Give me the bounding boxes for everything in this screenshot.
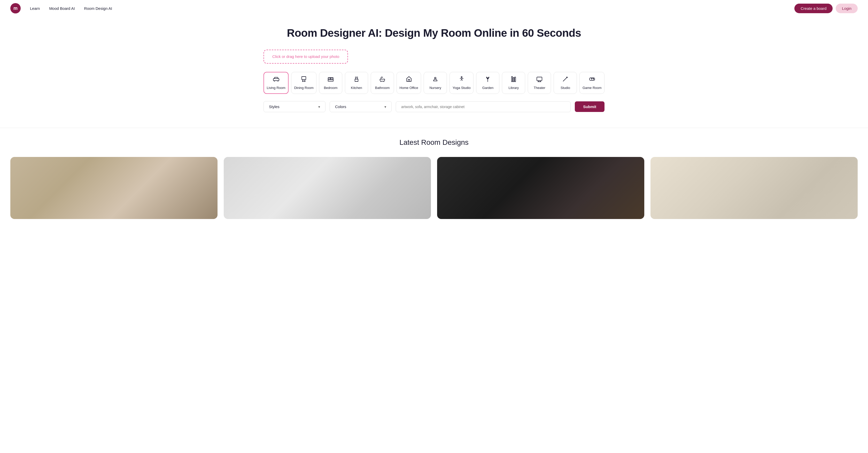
garden-label: Garden: [482, 86, 493, 90]
room-category-living-room[interactable]: Living Room: [264, 72, 288, 94]
room-category-game-room[interactable]: Game Room: [580, 72, 604, 94]
room-category-studio[interactable]: Studio: [554, 72, 577, 94]
nav-learn[interactable]: Learn: [30, 6, 40, 10]
svg-point-30: [593, 79, 594, 79]
submit-button[interactable]: Submit: [575, 101, 604, 112]
svg-rect-8: [331, 78, 332, 80]
logo-symbol: m: [13, 6, 18, 11]
designs-grid: [0, 157, 868, 219]
game-room-icon: [589, 76, 595, 84]
room-categories: Living Room Dining Room Bedroom Kitchen …: [264, 72, 604, 94]
dining-room-label: Dining Room: [294, 86, 314, 90]
colors-label: Colors: [335, 105, 346, 109]
logo[interactable]: m: [10, 3, 21, 13]
room-category-bathroom[interactable]: Bathroom: [371, 72, 394, 94]
dining-room-icon: [301, 76, 307, 84]
main-content: Room Designer AI: Design My Room Online …: [253, 17, 615, 112]
room-category-theater[interactable]: Theater: [528, 72, 551, 94]
room-category-bedroom[interactable]: Bedroom: [319, 72, 342, 94]
bathroom-label: Bathroom: [375, 86, 390, 90]
svg-rect-21: [537, 77, 542, 81]
studio-icon: [562, 76, 568, 84]
kitchen-icon: [353, 76, 360, 84]
living-room-label: Living Room: [267, 86, 285, 90]
colors-chevron-icon: ▾: [384, 105, 386, 109]
nav-roomdesign[interactable]: Room Design AI: [84, 6, 112, 10]
nursery-icon: [432, 76, 438, 84]
room-category-garden[interactable]: Garden: [476, 72, 499, 94]
game-room-label: Game Room: [583, 86, 602, 90]
nav-right: Create a board Login: [795, 4, 858, 13]
create-board-button[interactable]: Create a board: [795, 4, 833, 13]
studio-label: Studio: [561, 86, 570, 90]
room-category-nursery[interactable]: Nursery: [424, 72, 447, 94]
design-card-1[interactable]: [10, 157, 218, 219]
svg-rect-0: [273, 79, 279, 81]
bedroom-label: Bedroom: [324, 86, 338, 90]
colors-dropdown[interactable]: Colors ▾: [330, 101, 392, 112]
room-category-yoga-studio[interactable]: Yoga Studio: [450, 72, 473, 94]
living-room-icon: [273, 76, 279, 84]
design-card-3[interactable]: [437, 157, 644, 219]
room-category-dining-room[interactable]: Dining Room: [291, 72, 316, 94]
svg-point-15: [435, 77, 436, 79]
yoga-studio-icon: [459, 76, 465, 84]
login-button[interactable]: Login: [836, 4, 858, 13]
svg-line-25: [563, 77, 567, 81]
upload-label: Click or drag here to upload your photo: [272, 54, 339, 59]
styles-chevron-icon: ▾: [318, 105, 320, 109]
latest-title: Latest Room Designs: [0, 138, 868, 147]
room-category-home-office[interactable]: Home Office: [397, 72, 421, 94]
svg-rect-14: [408, 79, 410, 81]
home-office-icon: [406, 76, 412, 84]
design-card-4[interactable]: [650, 157, 858, 219]
items-input[interactable]: [396, 101, 571, 112]
nav-left: m Learn Mood Board AI Room Design AI: [10, 3, 112, 13]
library-label: Library: [509, 86, 519, 90]
page-title: Room Designer AI: Design My Room Online …: [264, 27, 604, 39]
styles-label: Styles: [269, 105, 280, 109]
theater-label: Theater: [534, 86, 545, 90]
theater-icon: [536, 76, 542, 84]
room-category-kitchen[interactable]: Kitchen: [345, 72, 368, 94]
upload-area[interactable]: Click or drag here to upload your photo: [264, 50, 348, 64]
styles-dropdown[interactable]: Styles ▾: [264, 101, 326, 112]
kitchen-label: Kitchen: [351, 86, 362, 90]
svg-rect-18: [512, 77, 513, 82]
svg-rect-3: [302, 77, 306, 80]
svg-rect-20: [515, 77, 516, 82]
home-office-label: Home Office: [400, 86, 418, 90]
svg-rect-7: [329, 78, 331, 80]
design-card-2[interactable]: [224, 157, 431, 219]
latest-section: Latest Room Designs: [0, 138, 868, 229]
garden-icon: [485, 76, 491, 84]
filters-row: Styles ▾ Colors ▾ Submit: [264, 101, 604, 112]
library-icon: [510, 76, 517, 84]
room-category-library[interactable]: Library: [502, 72, 525, 94]
bedroom-icon: [328, 76, 334, 84]
bathroom-icon: [379, 76, 385, 84]
svg-rect-19: [513, 78, 514, 82]
nursery-label: Nursery: [429, 86, 441, 90]
navbar: m Learn Mood Board AI Room Design AI Cre…: [0, 0, 868, 17]
nav-moodboard[interactable]: Mood Board AI: [49, 6, 75, 10]
yoga-studio-label: Yoga Studio: [453, 86, 471, 90]
